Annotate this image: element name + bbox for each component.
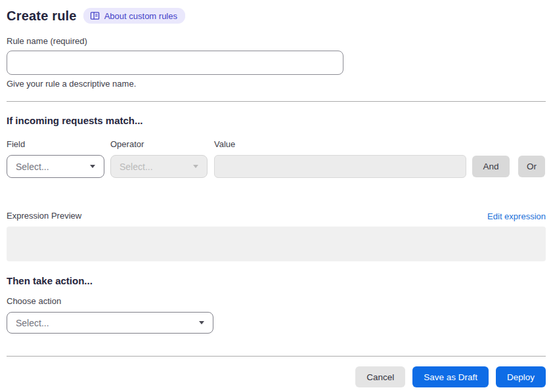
- choose-action-select[interactable]: Select...: [7, 312, 213, 334]
- footer-divider: [7, 356, 546, 357]
- chevron-down-icon: [199, 321, 204, 324]
- operator-select-value: Select...: [120, 162, 153, 172]
- match-section-heading: If incoming requests match...: [7, 115, 545, 127]
- rule-name-label: Rule name (required): [7, 36, 545, 47]
- book-icon: [90, 11, 100, 20]
- edit-expression-link[interactable]: Edit expression: [487, 211, 546, 221]
- about-custom-rules-badge[interactable]: About custom rules: [83, 8, 185, 24]
- chevron-down-icon: [193, 165, 198, 168]
- rule-name-helper: Give your rule a descriptive name.: [7, 79, 545, 89]
- page-header: Create rule About custom rules: [7, 6, 545, 26]
- expression-preview-box: [7, 227, 546, 261]
- operator-label: Operator: [110, 139, 208, 150]
- value-input[interactable]: [214, 155, 466, 178]
- operator-column: Operator Select...: [110, 139, 208, 178]
- field-select[interactable]: Select...: [7, 155, 104, 178]
- deploy-button[interactable]: Deploy: [496, 366, 546, 387]
- operator-select[interactable]: Select...: [110, 155, 208, 178]
- about-badge-label: About custom rules: [104, 12, 177, 20]
- chevron-down-icon: [90, 165, 95, 168]
- and-button[interactable]: And: [472, 156, 510, 177]
- create-rule-page: Create rule About custom rules Rule name…: [0, 0, 551, 387]
- rule-name-input[interactable]: [7, 51, 343, 75]
- cancel-button[interactable]: Cancel: [355, 366, 405, 387]
- expression-preview-header: Expression Preview Edit expression: [7, 211, 546, 221]
- field-column: Field Select...: [7, 139, 104, 178]
- match-expression-row: Field Select... Operator Select... Value…: [7, 139, 545, 178]
- value-label: Value: [214, 139, 466, 150]
- choose-action-select-value: Select...: [16, 318, 49, 328]
- field-select-value: Select...: [16, 162, 49, 172]
- or-button[interactable]: Or: [518, 156, 545, 177]
- choose-action-label: Choose action: [7, 296, 545, 307]
- value-column: Value: [214, 139, 466, 178]
- expression-preview-label: Expression Preview: [7, 211, 81, 221]
- section-divider: [7, 101, 546, 102]
- action-section-heading: Then take action...: [7, 275, 545, 287]
- save-as-draft-button[interactable]: Save as Draft: [412, 366, 489, 387]
- field-label: Field: [7, 139, 104, 150]
- footer-actions: Cancel Save as Draft Deploy: [7, 366, 546, 387]
- rule-name-section: Rule name (required) Give your rule a de…: [7, 36, 545, 89]
- page-title: Create rule: [7, 9, 77, 24]
